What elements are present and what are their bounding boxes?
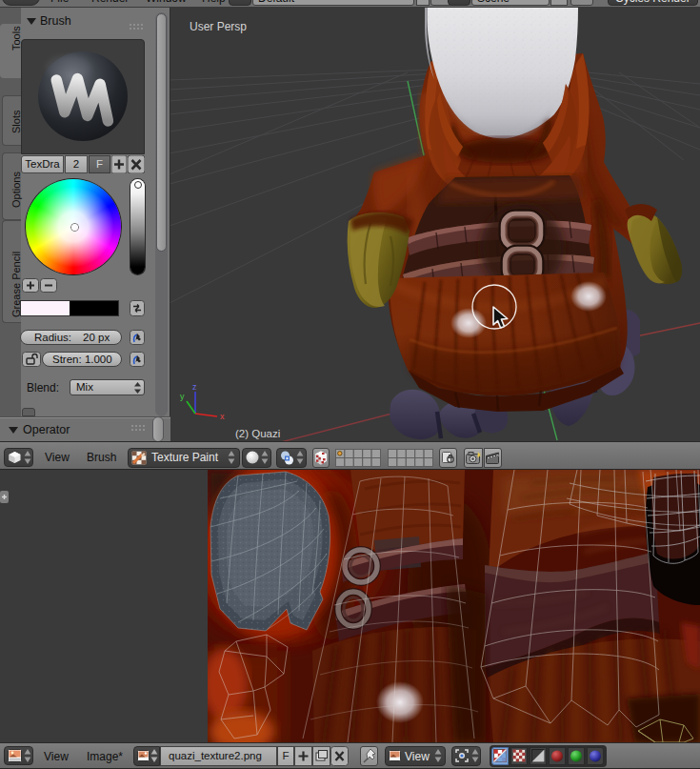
svg-text:y: y: [180, 392, 185, 401]
svg-text:(2) Quazi: (2) Quazi: [235, 428, 280, 439]
svg-text:x: x: [220, 412, 225, 421]
svg-text:z: z: [192, 382, 197, 392]
svg-text:User Persp: User Persp: [190, 20, 247, 33]
